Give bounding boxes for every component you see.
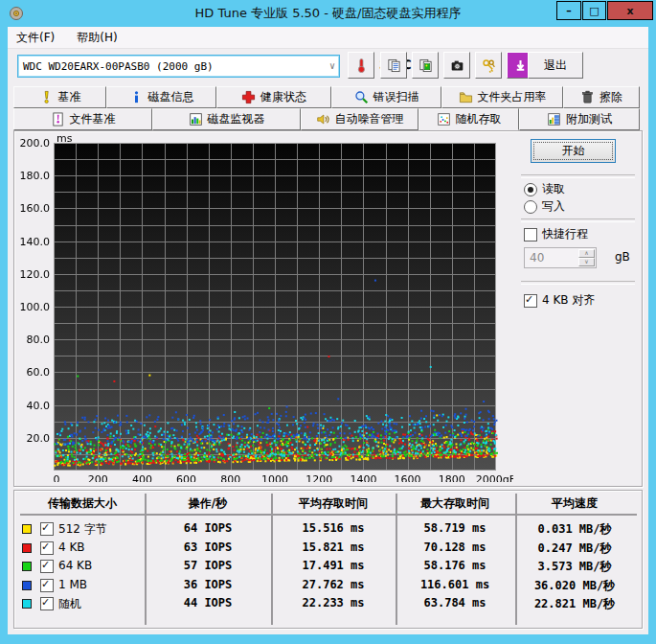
read-radio[interactable]: 读取 [524, 181, 565, 197]
tab-label: 自动噪音管理 [335, 111, 404, 127]
exclamation-icon [39, 90, 54, 104]
series-visible-checkbox[interactable] [40, 522, 54, 536]
toolbar: WDC WD20EARX-00PASB0 (2000 gB) ∨ 31℃ 退出 [8, 48, 648, 86]
copy-image-icon [418, 58, 433, 73]
scatter-icon [437, 112, 451, 126]
tab-label: 健康状态 [260, 89, 306, 105]
series-visible-checkbox[interactable] [40, 597, 54, 610]
table-header-1: 操作/秒 [189, 495, 227, 512]
drive-select[interactable]: WDC WD20EARX-00PASB0 (2000 gB) ∨ [17, 55, 340, 78]
iops-value: 64 IOPS [184, 521, 233, 535]
series-color-swatch [22, 581, 32, 590]
menu-file[interactable]: 文件(F) [8, 27, 63, 49]
avg-speed: 0.247 MB/秒 [537, 540, 611, 557]
table-row: 64 KB57 IOPS17.491 ms58.176 ms3.573 MB/秒 [14, 558, 642, 576]
avg-access-time: 22.233 ms [302, 596, 364, 610]
page-exclamation-icon [51, 112, 65, 126]
align-4kb-label: 4 KB 对齐 [542, 292, 595, 309]
tab-随机存取[interactable]: 随机存取 [418, 108, 519, 130]
camera-icon [450, 58, 464, 73]
tab-附加测试[interactable]: 附加测试 [519, 108, 640, 130]
focus-rect [533, 142, 613, 160]
table-row: 4 KB63 IOPS15.821 ms70.128 ms0.247 MB/秒 [14, 540, 642, 558]
health-cross-icon [241, 90, 256, 104]
series-color-swatch [22, 562, 32, 571]
table-header-2: 平均存取时间 [299, 495, 368, 512]
checkbox-icon [524, 294, 537, 308]
short-stroke-size-input[interactable]: 40 ∧ ∨ [524, 247, 597, 268]
keys-icon [482, 58, 496, 73]
tab-磁盘监视器[interactable]: 磁盘监视器 [152, 108, 301, 130]
close-button[interactable]: x [607, 1, 653, 20]
tab-磁盘信息[interactable]: 磁盘信息 [106, 86, 216, 108]
avg-speed: 36.020 MB/秒 [534, 578, 615, 594]
tab-label: 错误扫描 [373, 89, 419, 105]
exit-button[interactable]: 退出 [528, 52, 583, 79]
drive-select-value: WDC WD20EARX-00PASB0 (2000 gB) [23, 60, 214, 73]
folder-icon [459, 90, 473, 104]
short-stroke-value: 40 [530, 251, 544, 264]
series-label: 4 KB [58, 540, 85, 554]
speaker-icon [316, 112, 330, 126]
tab-label: 文件夹占用率 [478, 89, 547, 105]
table-row: 随机44 IOPS22.233 ms63.784 ms22.821 MB/秒 [14, 595, 642, 613]
short-stroke-checkbox[interactable]: 快捷行程 [524, 226, 588, 242]
extra-tests-icon [547, 112, 561, 126]
tab-label: 擦除 [599, 89, 622, 105]
tab-错误扫描[interactable]: 错误扫描 [331, 86, 441, 108]
table-header-4: 平均速度 [552, 495, 598, 512]
spin-up-icon[interactable]: ∧ [578, 249, 595, 258]
tab-文件夹占用率[interactable]: 文件夹占用率 [441, 86, 563, 108]
series-label: 64 KB [58, 559, 92, 572]
checkbox-icon [524, 228, 537, 242]
tab-自动噪音管理[interactable]: 自动噪音管理 [301, 108, 418, 130]
menu-bar: 文件(F) 帮助(H) [8, 27, 648, 49]
aam-button[interactable] [475, 52, 502, 79]
max-access-time: 58.176 ms [423, 559, 486, 572]
info-icon [129, 90, 144, 104]
thermometer-icon [353, 58, 369, 73]
title-bar: HD Tune 专业版 5.50 - 硬盘/固态硬盘实用程序 – □ x [0, 0, 656, 27]
write-radio[interactable]: 写入 [524, 198, 565, 215]
temperature-button[interactable] [348, 52, 374, 79]
table-header-3: 最大存取时间 [420, 495, 489, 512]
spin-down-icon[interactable]: ∨ [578, 258, 595, 266]
max-access-time: 116.601 ms [420, 578, 489, 591]
series-visible-checkbox[interactable] [40, 541, 54, 555]
max-access-time: 58.719 ms [423, 521, 486, 535]
write-radio-label: 写入 [542, 198, 565, 215]
series-visible-checkbox[interactable] [40, 560, 54, 573]
series-label: 1 MB [58, 578, 87, 591]
start-button[interactable]: 开始 [531, 139, 616, 163]
avg-access-time: 15.821 ms [302, 540, 364, 554]
separator [521, 174, 635, 178]
radio-icon [524, 200, 537, 214]
series-visible-checkbox[interactable] [40, 579, 54, 592]
screenshot-button[interactable] [443, 52, 470, 79]
tab-row-1: 基准磁盘信息健康状态错误扫描文件夹占用率擦除 [13, 86, 642, 108]
copy-image-button[interactable] [412, 52, 439, 79]
iops-value: 57 IOPS [184, 559, 233, 572]
tab-label: 随机存取 [456, 111, 502, 127]
results-table-panel: 传输数据大小操作/秒平均存取时间最大存取时间平均速度512 字节64 IOPS1… [13, 490, 643, 629]
iops-value: 36 IOPS [184, 578, 233, 591]
tab-文件基准[interactable]: 文件基准 [13, 108, 152, 130]
app-window: HD Tune 专业版 5.50 - 硬盘/固态硬盘实用程序 – □ x 文件(… [0, 0, 656, 644]
menu-help[interactable]: 帮助(H) [68, 27, 125, 49]
table-row: 1 MB36 IOPS27.762 ms116.601 ms36.020 MB/… [14, 577, 642, 595]
separator [521, 218, 635, 222]
tab-label: 磁盘信息 [148, 89, 194, 105]
tab-基准[interactable]: 基准 [13, 86, 106, 108]
download-icon [513, 58, 528, 73]
iops-value: 44 IOPS [184, 596, 233, 610]
tab-健康状态[interactable]: 健康状态 [216, 86, 331, 108]
read-radio-label: 读取 [542, 181, 565, 197]
table-row: 512 字节64 IOPS15.516 ms58.719 ms0.031 MB/… [14, 520, 642, 539]
tab-擦除[interactable]: 擦除 [563, 86, 640, 108]
maximize-button[interactable]: □ [582, 1, 606, 20]
series-label: 512 字节 [58, 521, 107, 538]
minimize-button[interactable]: – [556, 1, 581, 20]
align-4kb-checkbox[interactable]: 4 KB 对齐 [524, 292, 595, 309]
copy-text-button[interactable] [380, 52, 407, 79]
avg-access-time: 17.491 ms [302, 559, 364, 572]
